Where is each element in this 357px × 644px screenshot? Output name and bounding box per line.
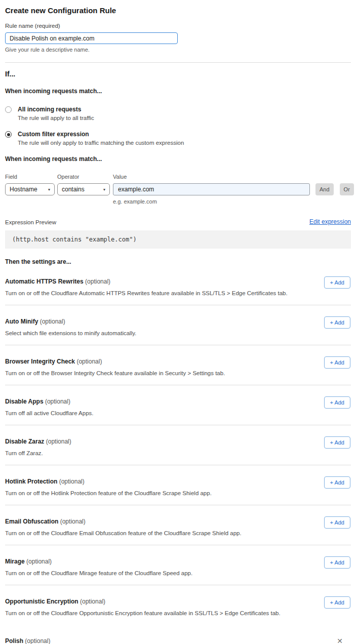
radio-unselected-icon[interactable] [5, 106, 12, 113]
setting-optional-label: (optional) [85, 278, 110, 285]
setting-name: Email Obfuscation [5, 518, 58, 525]
setting-description: Turn on or off the Cloudflare Email Obfu… [5, 530, 309, 536]
radio-description: The rule will only apply to traffic matc… [18, 140, 184, 146]
setting-optional-label: (optional) [46, 438, 71, 445]
expression-code-block: (http.host contains "example.com") [5, 230, 351, 249]
rule-name-label: Rule name (required) [5, 23, 351, 29]
if-heading: If... [5, 70, 351, 78]
settings-list: Automatic HTTPS Rewrites (optional) Turn… [5, 265, 351, 625]
add-setting-button[interactable]: + Add [324, 516, 350, 529]
setting-description: Turn on or off the Browser Integrity Che… [5, 370, 309, 376]
setting-row: Hotlink Protection (optional) Turn on or… [5, 465, 351, 505]
setting-name: Browser Integrity Check [5, 358, 75, 365]
value-helper: e.g. example.com [113, 198, 351, 205]
setting-optional-label: (optional) [26, 558, 52, 565]
radio-label: All incoming requests [18, 106, 94, 113]
edit-expression-link[interactable]: Edit expression [309, 218, 351, 225]
add-setting-button[interactable]: + Add [324, 556, 350, 569]
value-input[interactable] [113, 183, 310, 195]
rule-name-input[interactable] [5, 32, 178, 44]
chevron-down-icon: ▾ [103, 187, 105, 192]
create-configuration-rule-page: Create new Configuration Rule Rule name … [0, 0, 357, 644]
add-setting-button[interactable]: + Add [324, 476, 350, 489]
add-setting-button[interactable]: + Add [324, 396, 350, 409]
radio-description: The rule will apply to all traffic [18, 115, 94, 121]
setting-description: Turn on or off the Cloudflare Mirage fea… [5, 570, 309, 576]
rule-name-group: Rule name (required) Give your rule a de… [5, 23, 351, 53]
setting-row: Opportunistic Encryption (optional) Turn… [5, 585, 351, 625]
setting-optional-label: (optional) [25, 637, 50, 644]
field-select-value: Hostname [10, 186, 37, 193]
setting-row: Email Obfuscation (optional) Turn on or … [5, 505, 351, 545]
radio-label: Custom filter expression [18, 131, 184, 138]
builder-heading: When incoming requests match... [5, 155, 351, 163]
then-heading: Then the settings are... [5, 258, 351, 265]
operator-select-value: contains [62, 186, 85, 193]
add-setting-button[interactable]: + Add [324, 436, 350, 449]
setting-description: Turn on or off the Cloudflare Opportunis… [5, 610, 309, 616]
radio-option-custom-filter[interactable]: Custom filter expression The rule will o… [5, 131, 351, 146]
setting-description: Turn off Zaraz. [5, 450, 309, 456]
setting-row: Disable Apps (optional) Turn off all act… [5, 385, 351, 425]
setting-row: Automatic HTTPS Rewrites (optional) Turn… [5, 265, 351, 305]
setting-row: Browser Integrity Check (optional) Turn … [5, 345, 351, 385]
expression-preview-header: Expression Preview Edit expression [5, 218, 351, 225]
operator-label: Operator [57, 174, 110, 180]
close-icon[interactable]: ✕ [337, 637, 343, 644]
setting-description: Turn on or off the Cloudflare Automatic … [5, 290, 309, 296]
add-setting-button[interactable]: + Add [324, 356, 350, 369]
radio-option-all-incoming[interactable]: All incoming requests The rule will appl… [5, 106, 351, 121]
setting-name: Auto Minify [5, 318, 38, 325]
setting-row-polish: Polish (optional) ✕ Change the settings … [5, 625, 351, 644]
value-label: Value [113, 174, 310, 180]
setting-optional-label: (optional) [59, 478, 85, 485]
page-title: Create new Configuration Rule [5, 6, 351, 15]
setting-name: Disable Apps [5, 398, 44, 405]
add-setting-button[interactable]: + Add [324, 276, 350, 289]
chevron-down-icon: ▾ [48, 187, 50, 192]
setting-name: Mirage [5, 558, 25, 565]
setting-optional-label: (optional) [45, 398, 70, 405]
section-divider [5, 62, 351, 63]
setting-name: Hotlink Protection [5, 478, 57, 485]
setting-name: Polish [5, 637, 23, 644]
rule-name-helper: Give your rule a descriptive name. [5, 47, 351, 53]
setting-row: Disable Zaraz (optional) Turn off Zaraz.… [5, 425, 351, 465]
setting-name: Opportunistic Encryption [5, 598, 78, 605]
setting-name: Automatic HTTPS Rewrites [5, 278, 84, 285]
add-setting-button[interactable]: + Add [324, 316, 350, 329]
and-button[interactable]: And [315, 183, 334, 195]
expression-preview-label: Expression Preview [5, 219, 56, 225]
field-label: Field [5, 174, 55, 180]
expression-builder-row: Field Hostname ▾ Operator contains ▾ Val… [5, 174, 351, 195]
operator-select[interactable]: contains ▾ [57, 183, 110, 195]
add-setting-button[interactable]: + Add [324, 596, 350, 609]
setting-description: Turn off all active Cloudflare Apps. [5, 410, 309, 416]
field-select[interactable]: Hostname ▾ [5, 183, 55, 195]
setting-description: Turn on or off the Hotlink Protection fe… [5, 490, 309, 496]
setting-optional-label: (optional) [76, 358, 102, 365]
or-button[interactable]: Or [340, 183, 354, 195]
setting-optional-label: (optional) [60, 518, 86, 525]
setting-name: Disable Zaraz [5, 438, 44, 445]
radio-selected-icon[interactable] [5, 131, 12, 138]
setting-row: Auto Minify (optional) Select which file… [5, 305, 351, 345]
match-heading: When incoming requests match... [5, 88, 351, 95]
setting-optional-label: (optional) [40, 318, 65, 325]
setting-optional-label: (optional) [80, 598, 105, 605]
setting-description: Select which file extensions to minify a… [5, 330, 309, 336]
setting-row: Mirage (optional) Turn on or off the Clo… [5, 545, 351, 585]
